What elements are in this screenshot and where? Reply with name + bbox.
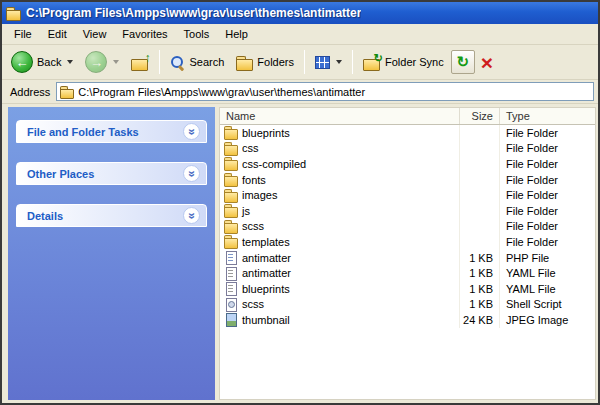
folders-label: Folders xyxy=(257,56,294,68)
chevron-down-icon: « xyxy=(186,170,198,177)
file-type: File Folder xyxy=(500,205,595,217)
up-folder-icon xyxy=(131,55,149,70)
toolbar: ← Back → Search Folders Folder Sync xyxy=(2,45,598,80)
folder-icon xyxy=(224,204,238,217)
back-label: Back xyxy=(37,56,61,68)
folder-sync-icon xyxy=(363,55,381,70)
file-row[interactable]: templates File Folder xyxy=(220,234,595,250)
search-button[interactable]: Search xyxy=(165,52,229,73)
file-size: 1 KB xyxy=(460,265,500,281)
window-folder-icon xyxy=(6,7,21,20)
task-panel-title: Other Places xyxy=(27,168,94,180)
folder-icon xyxy=(224,157,238,170)
folder-sync-button[interactable]: Folder Sync xyxy=(358,52,449,73)
title-bar: C:\Program Files\Ampps\www\grav\user\the… xyxy=(2,2,598,24)
file-row[interactable]: css File Folder xyxy=(220,141,595,157)
file-name: js xyxy=(242,205,250,217)
refresh-icon: ↻ xyxy=(456,53,469,71)
menu-item-tools[interactable]: Tools xyxy=(176,25,218,43)
menu-item-view[interactable]: View xyxy=(75,25,115,43)
file-list-view: Name Size Type blueprints File Folder cs… xyxy=(219,107,596,400)
chevron-toggle-button[interactable]: « xyxy=(183,123,200,140)
file-row[interactable]: antimatter 1 KB YAML File xyxy=(220,265,595,281)
window-title: C:\Program Files\Ampps\www\grav\user\the… xyxy=(26,6,361,20)
task-panel-title: Details xyxy=(27,210,63,222)
folder-icon xyxy=(224,220,238,233)
explorer-window: C:\Program Files\Ampps\www\grav\user\the… xyxy=(0,0,600,405)
file-row[interactable]: blueprints File Folder xyxy=(220,125,595,141)
file-size xyxy=(460,234,500,250)
file-size xyxy=(460,203,500,219)
delete-button[interactable]: × xyxy=(477,52,497,73)
menu-item-edit[interactable]: Edit xyxy=(40,25,75,43)
file-type: PHP File xyxy=(500,252,595,264)
toolbar-separator xyxy=(159,50,160,74)
views-button[interactable] xyxy=(310,53,347,72)
forward-dropdown-icon[interactable] xyxy=(113,60,119,64)
menu-item-help[interactable]: Help xyxy=(217,25,256,43)
file-row[interactable]: antimatter 1 KB PHP File xyxy=(220,250,595,266)
file-row[interactable]: blueprints 1 KB YAML File xyxy=(220,281,595,297)
file-type: File Folder xyxy=(500,142,595,154)
menu-item-favorites[interactable]: Favorites xyxy=(114,25,175,43)
file-type: Shell Script xyxy=(500,298,595,310)
file-name: scss xyxy=(242,220,264,232)
search-label: Search xyxy=(189,56,224,68)
chevron-down-icon: « xyxy=(186,128,198,135)
file-type: JPEG Image xyxy=(500,314,595,326)
menu-bar: FileEditViewFavoritesToolsHelp xyxy=(2,24,598,45)
file-row[interactable]: images File Folder xyxy=(220,187,595,203)
file-row[interactable]: scss 1 KB Shell Script xyxy=(220,297,595,313)
address-input[interactable]: C:\Program Files\Ampps\www\grav\user\the… xyxy=(56,82,594,101)
folders-icon xyxy=(236,55,253,69)
task-panel-header[interactable]: Details « xyxy=(16,204,207,227)
views-dropdown-icon[interactable] xyxy=(336,60,342,64)
folder-icon xyxy=(224,235,238,248)
column-header-name[interactable]: Name xyxy=(220,108,460,124)
php-file-icon xyxy=(224,251,238,264)
file-name: templates xyxy=(242,236,290,248)
chevron-toggle-button[interactable]: « xyxy=(183,207,200,224)
up-button[interactable] xyxy=(126,52,154,73)
file-type: File Folder xyxy=(500,220,595,232)
file-row[interactable]: fonts File Folder xyxy=(220,172,595,188)
file-type: YAML File xyxy=(500,267,595,279)
file-size: 1 KB xyxy=(460,250,500,266)
file-row[interactable]: css-compiled File Folder xyxy=(220,156,595,172)
back-button[interactable]: ← Back xyxy=(6,48,78,76)
toolbar-separator xyxy=(304,50,305,74)
yaml-file-icon xyxy=(224,267,238,280)
file-size xyxy=(460,187,500,203)
file-name-cell: images xyxy=(220,187,460,203)
file-name-cell: templates xyxy=(220,234,460,250)
folders-button[interactable]: Folders xyxy=(231,52,299,72)
refresh-button[interactable]: ↻ xyxy=(451,50,475,74)
file-type: File Folder xyxy=(500,158,595,170)
back-dropdown-icon[interactable] xyxy=(67,60,73,64)
toolbar-separator xyxy=(352,50,353,74)
file-name: fonts xyxy=(242,174,266,186)
content-area: File and Folder Tasks « Other Places « D… xyxy=(2,104,598,403)
column-header-size[interactable]: Size xyxy=(460,108,500,124)
file-name-cell: antimatter xyxy=(220,265,460,281)
forward-button[interactable]: → xyxy=(80,48,124,76)
file-row[interactable]: js File Folder xyxy=(220,203,595,219)
menu-item-file[interactable]: File xyxy=(6,25,40,43)
file-name-cell: blueprints xyxy=(220,125,460,141)
file-row[interactable]: scss File Folder xyxy=(220,219,595,235)
folder-icon xyxy=(224,189,238,202)
file-name-cell: fonts xyxy=(220,172,460,188)
task-panel-header[interactable]: Other Places « xyxy=(16,162,207,185)
folder-sync-label: Folder Sync xyxy=(385,56,444,68)
address-folder-icon xyxy=(60,86,74,97)
chevron-toggle-button[interactable]: « xyxy=(183,165,200,182)
column-header-type[interactable]: Type xyxy=(500,108,595,124)
task-panel-header[interactable]: File and Folder Tasks « xyxy=(16,120,207,143)
file-size xyxy=(460,141,500,157)
red-x-icon: × xyxy=(481,51,493,74)
file-name: blueprints xyxy=(242,127,290,139)
forward-icon: → xyxy=(85,51,107,73)
address-value: C:\Program Files\Ampps\www\grav\user\the… xyxy=(78,86,365,98)
file-size: 24 KB xyxy=(460,312,500,328)
file-row[interactable]: thumbnail 24 KB JPEG Image xyxy=(220,312,595,328)
